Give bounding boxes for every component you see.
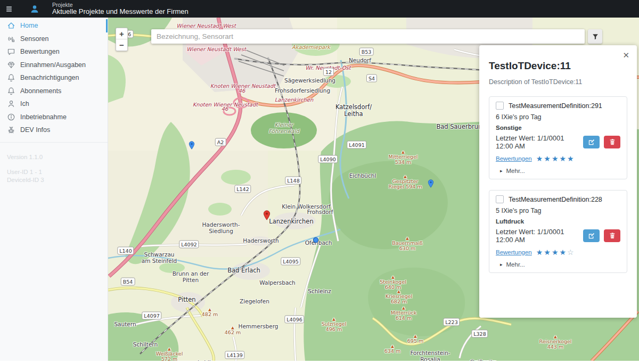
page-title: Aktuelle Projekte und Messwerte der Firm… [52,8,189,16]
star-icon[interactable]: ★ [544,154,552,163]
ratings-link[interactable]: Bewertungen [496,249,532,255]
sidebar-item-einnahmen-ausgaben[interactable]: Einnahmen/Ausgaben [0,59,108,72]
map-marker-blue-dot[interactable] [313,236,319,245]
measurement-checkbox[interactable] [496,195,504,203]
map-label: Pitten [178,296,195,303]
device-description: Description of TestIoTDevice:11 [489,78,627,86]
zoom-in-button[interactable]: + [116,28,127,39]
sidebar-item-label: DEV Infos [20,126,50,134]
sidebar-item-label: Ich [20,100,29,107]
map-label: Sägewerksiedlung [284,77,335,84]
road-shield: L4096 [284,316,304,324]
star-icon[interactable]: ☆ [567,248,575,257]
map-label: Mitterrück 614 m [391,306,417,321]
delete-button[interactable] [604,136,620,148]
rating-stars: ★★★★☆ [536,249,575,256]
measurement-quantity: 5 IXie's pro Tag [496,207,620,214]
map-label: Weißjäckel 572 m [156,347,183,361]
star-icon[interactable]: ★ [552,154,560,163]
map-label: Bauernmaiß 630 m [392,236,423,252]
road-shield: L4091 [347,141,366,149]
ratings-link[interactable]: Bewertungen [496,155,532,162]
map-label: Ziegelofen [240,298,269,304]
star-icon[interactable]: ★ [559,248,567,257]
menu-button[interactable] [0,0,18,18]
map-label: Forchtenstein- Rosalia [410,350,450,361]
star-icon[interactable]: ★ [559,154,567,163]
map-zoom-control: + − [116,28,128,51]
sensor-icon [7,35,15,43]
map-label: Akademiepark [292,44,330,51]
road-shield: L4097 [142,312,161,320]
measurement-quantity: 6 IXie's pro Tag [496,113,620,121]
map-marker-red-pin[interactable] [263,210,271,222]
map-label: Leiding [198,359,218,361]
measurement-checkbox[interactable] [496,102,504,110]
search-input[interactable] [151,29,585,44]
sidebar-nav: Home Sensoren Bewertungen Einnahmen/Ausg… [0,18,108,137]
edit-button[interactable] [583,136,600,148]
map-label: Bad Erlach [227,267,260,274]
info-icon [7,113,15,121]
star-icon[interactable]: ★ [536,154,544,163]
user-id-label: User-ID 1 - 1 [7,168,108,176]
version-label: Version 1.1.0 [7,153,108,161]
measurement-name: TestMeasurementDefinition:228 [509,196,602,203]
more-expander[interactable]: ▸ Mehr... [496,168,620,174]
map-label: Hadersworth- Siedlung [202,221,240,234]
sidebar-item-label: Sensoren [20,35,49,43]
more-expander[interactable]: ▸ Mehr... [496,261,620,268]
map-label: Knoten Wiener Neustadt [210,83,275,89]
sidebar-item-benachrichtigungen[interactable]: Benachrichtigungen [0,71,108,85]
map-label: Brunn an der Pitten [173,270,209,283]
sidebar-item-label: Inbetriebnahme [20,113,67,121]
measurement-name: TestMeasurementDefinition:291 [509,102,602,110]
map-label: 695 m [407,334,423,344]
map-marker-blue-pin[interactable] [428,179,434,190]
road-shield: L4092 [179,241,199,249]
measurement-card: TestMeasurementDefinition:228 5 IXie's p… [489,190,627,273]
close-button[interactable]: ✕ [622,51,629,60]
map-label: Hadersworth [243,237,278,244]
measurement-card: TestMeasurementDefinition:291 6 IXie's p… [489,96,627,179]
map-label: Gespitzter Riegel 594 m [388,175,422,190]
user-button[interactable] [26,0,44,18]
sidebar-item-home[interactable]: Home [0,19,108,32]
delete-button[interactable] [604,229,620,242]
sidebar-item-ich[interactable]: Ich [0,97,108,111]
edit-button[interactable] [583,229,600,242]
zoom-out-button[interactable]: − [116,39,127,51]
filter-button[interactable] [588,29,602,44]
star-icon[interactable]: ★ [536,248,544,257]
map-label: Knoten Wiener Neustadt [193,102,258,108]
sidebar-item-sensoren[interactable]: Sensoren [0,32,108,46]
map-marker-blue-pin[interactable] [189,141,195,152]
sidebar-item-label: Benachrichtigungen [20,74,79,81]
sidebar: Home Sensoren Bewertungen Einnahmen/Ausg… [0,18,108,361]
star-icon[interactable]: ★ [544,248,552,257]
road-shield: B53 [359,48,374,56]
sidebar-item-label: Bewertungen [20,48,60,55]
map-label: Wr. Neustadt-Ost [305,65,350,71]
star-icon[interactable]: ★ [552,248,560,257]
sidebar-item-bewertungen[interactable]: Bewertungen [0,45,108,59]
map-label: Kleiner Föhrenwald [268,122,299,134]
trash-icon [609,232,616,239]
map-label: Eichbüchl [349,172,376,179]
map-label: Wiener Neustadt West [176,23,236,29]
map-label: Bad Sauerbrunn [436,123,486,130]
star-icon[interactable]: ★ [567,154,575,163]
bug-icon [7,126,15,134]
map-label: Klein Wolkersdorf [282,203,330,210]
map-label: Steinkogel 640 m [380,275,406,291]
map-label: Lanzenkirchen [275,97,314,103]
map-label: Sulzriegel 496 m [322,317,347,333]
sidebar-item-abonnements[interactable]: Abonnements [0,85,108,98]
person-icon [7,100,15,108]
filter-icon [592,33,599,40]
bell-icon [7,73,15,82]
home-icon [7,21,15,30]
map-label: Schleinz [308,288,331,294]
sidebar-item-inbetriebnahme[interactable]: Inbetriebnahme [0,111,108,124]
sidebar-item-dev-infos[interactable]: DEV Infos [0,123,108,137]
